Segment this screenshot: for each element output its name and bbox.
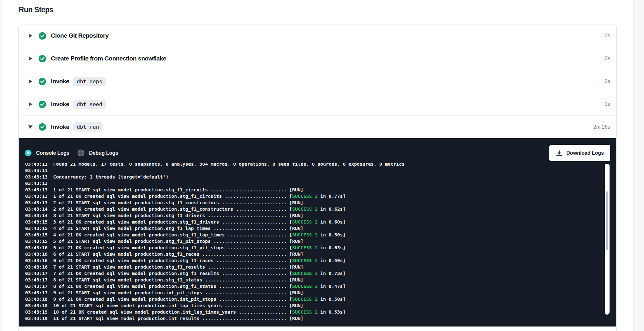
status-success-check-icon: [39, 101, 46, 108]
console-toolbar: Console LogsDebug Logs Download Logs: [19, 139, 616, 162]
log-lines: 03:43:11 Found 21 models, 17 tests, 0 sn…: [25, 163, 405, 322]
radio-selected-icon[interactable]: [25, 150, 32, 156]
log-type-radio-debug-logs[interactable]: Debug Logs: [78, 150, 118, 156]
step-row[interactable]: Clone Git Repository0s: [19, 24, 616, 47]
log-line: 03:43:11 Found 21 models, 17 tests, 0 sn…: [25, 163, 405, 167]
log-scrollbar-thumb[interactable]: [606, 191, 608, 250]
run-detail-pane: Run Steps Clone Git Repository0sCreate P…: [2, 0, 634, 331]
console-log-panel: Console LogsDebug Logs Download Logs 03:…: [19, 138, 616, 326]
status-success-check-icon: [39, 55, 46, 62]
log-line: 03:43:19 11 of 21 START sql view model p…: [25, 315, 405, 322]
log-scrollbar-track[interactable]: [605, 164, 610, 315]
log-type-radio-group: Console LogsDebug Logs: [25, 150, 118, 156]
step-duration: 0s: [605, 33, 610, 39]
expand-caret-icon[interactable]: [28, 56, 33, 61]
log-line: 03:43:13 2 of 21 START sql view model pr…: [25, 199, 405, 206]
download-button-label: Download Logs: [566, 150, 604, 156]
step-duration: 1s: [605, 101, 610, 107]
radio-label: Debug Logs: [89, 150, 118, 156]
log-line: 03:43:17 8 of 21 OK created sql view mod…: [25, 283, 405, 290]
log-type-radio-console-logs[interactable]: Console Logs: [25, 150, 69, 156]
expand-caret-icon[interactable]: [28, 79, 33, 84]
collapse-caret-icon[interactable]: [28, 125, 33, 129]
log-line: 03:43:17 9 of 21 START sql view model pr…: [25, 290, 405, 296]
step-duration: 0s: [605, 78, 610, 84]
step-duration: 2m 26s: [593, 124, 610, 130]
log-line: 03:43:16 5 of 21 OK created sql view mod…: [25, 244, 405, 251]
log-line: 03:43:19 10 of 21 OK created sql view mo…: [25, 309, 405, 315]
step-command-chip: dbt run: [73, 122, 103, 132]
download-logs-button[interactable]: Download Logs: [549, 145, 610, 161]
expand-caret-icon[interactable]: [28, 102, 33, 106]
step-command-chip: dbt deps: [73, 77, 106, 86]
log-line: 03:43:13 1 of 21 START sql view model pr…: [25, 187, 405, 193]
log-line: 03:43:15 4 of 21 START sql view model pr…: [25, 225, 405, 232]
log-viewport[interactable]: 03:43:11 Found 21 models, 17 tests, 0 sn…: [19, 163, 616, 322]
step-label: Create Profile from Connection snowflake: [51, 55, 166, 62]
status-success-check-icon: [39, 78, 46, 85]
log-line: 03:43:17 8 of 21 START sql view model pr…: [25, 277, 405, 283]
step-label: Invoke: [51, 78, 69, 85]
page-title: Run Steps: [19, 5, 53, 14]
log-line: 03:43:15 4 of 21 OK created sql view mod…: [25, 232, 405, 238]
radio-unselected-icon[interactable]: [78, 150, 84, 156]
run-steps-card: Clone Git Repository0sCreate Profile fro…: [18, 24, 617, 331]
log-line: 03:43:15 5 of 21 START sql view model pr…: [25, 238, 405, 244]
log-line: 03:43:16 7 of 21 START sql view model pr…: [25, 264, 405, 270]
step-row[interactable]: Invokedbt run2m 26s: [19, 116, 616, 138]
log-line: 03:43:13 Concurrency: 1 threads (target=…: [25, 174, 405, 180]
step-row[interactable]: Invokedbt seed1s: [19, 93, 616, 116]
log-line: 03:43:16 6 of 21 START sql view model pr…: [25, 251, 405, 257]
log-line: 03:43:13: [25, 180, 405, 187]
status-success-check-icon: [39, 123, 46, 131]
log-line: 03:43:18 9 of 21 OK created sql view mod…: [25, 296, 405, 302]
log-line: 03:43:13 1 of 21 OK created sql view mod…: [25, 193, 405, 199]
log-line: 03:43:17 7 of 21 OK created sql view mod…: [25, 270, 405, 277]
step-label: Invoke: [51, 101, 69, 108]
radio-label: Console Logs: [36, 150, 69, 156]
log-line: 03:43:16 6 of 21 OK created sql view mod…: [25, 257, 405, 264]
log-line: 03:43:15 3 of 21 OK created sql view mod…: [25, 219, 405, 225]
step-label: Invoke: [51, 124, 69, 131]
log-line: 03:43:11: [25, 167, 405, 174]
step-row[interactable]: Create Profile from Connection snowflake…: [19, 47, 616, 70]
log-line: 03:43:14 3 of 21 START sql view model pr…: [25, 212, 405, 219]
step-row[interactable]: Invokedbt deps0s: [19, 70, 616, 93]
step-label: Clone Git Repository: [51, 32, 109, 39]
log-line: 03:43:18 10 of 21 START sql view model p…: [25, 302, 405, 309]
download-icon: [556, 150, 563, 157]
expand-caret-icon[interactable]: [28, 33, 33, 38]
status-success-check-icon: [39, 32, 46, 40]
step-duration: 0s: [605, 56, 610, 61]
steps-list: Clone Git Repository0sCreate Profile fro…: [19, 24, 616, 138]
step-command-chip: dbt seed: [73, 100, 106, 109]
log-line: 03:43:14 2 of 21 OK created sql view mod…: [25, 206, 405, 212]
